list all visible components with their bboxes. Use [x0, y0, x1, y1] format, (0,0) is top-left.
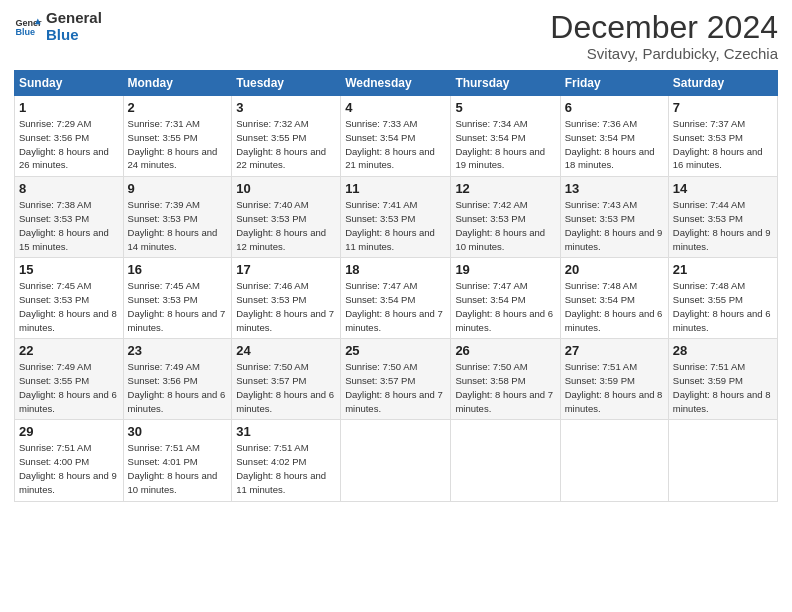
logo-icon: General Blue [14, 13, 42, 41]
calendar-table: Sunday Monday Tuesday Wednesday Thursday… [14, 70, 778, 501]
col-monday: Monday [123, 71, 232, 96]
logo-line1: General [46, 10, 102, 27]
day-30: 30 Sunrise: 7:51 AMSunset: 4:01 PMDaylig… [123, 420, 232, 501]
empty-cell-1 [341, 420, 451, 501]
col-friday: Friday [560, 71, 668, 96]
day-27: 27 Sunrise: 7:51 AMSunset: 3:59 PMDaylig… [560, 339, 668, 420]
day-9: 9 Sunrise: 7:39 AMSunset: 3:53 PMDayligh… [123, 177, 232, 258]
header: General Blue General Blue December 2024 … [14, 10, 778, 62]
day-16: 16 Sunrise: 7:45 AMSunset: 3:53 PMDaylig… [123, 258, 232, 339]
day-20: 20 Sunrise: 7:48 AMSunset: 3:54 PMDaylig… [560, 258, 668, 339]
day-11: 11 Sunrise: 7:41 AMSunset: 3:53 PMDaylig… [341, 177, 451, 258]
week-row-1: 1 Sunrise: 7:29 AMSunset: 3:56 PMDayligh… [15, 96, 778, 177]
col-sunday: Sunday [15, 71, 124, 96]
day-6: 6 Sunrise: 7:36 AMSunset: 3:54 PMDayligh… [560, 96, 668, 177]
col-saturday: Saturday [668, 71, 777, 96]
calendar-header-row: Sunday Monday Tuesday Wednesday Thursday… [15, 71, 778, 96]
empty-cell-3 [560, 420, 668, 501]
empty-cell-4 [668, 420, 777, 501]
day-15: 15 Sunrise: 7:45 AMSunset: 3:53 PMDaylig… [15, 258, 124, 339]
location-subtitle: Svitavy, Pardubicky, Czechia [550, 45, 778, 62]
day-12: 12 Sunrise: 7:42 AMSunset: 3:53 PMDaylig… [451, 177, 560, 258]
week-row-5: 29 Sunrise: 7:51 AMSunset: 4:00 PMDaylig… [15, 420, 778, 501]
week-row-3: 15 Sunrise: 7:45 AMSunset: 3:53 PMDaylig… [15, 258, 778, 339]
day-14: 14 Sunrise: 7:44 AMSunset: 3:53 PMDaylig… [668, 177, 777, 258]
logo-line2: Blue [46, 27, 102, 44]
day-31: 31 Sunrise: 7:51 AMSunset: 4:02 PMDaylig… [232, 420, 341, 501]
day-21: 21 Sunrise: 7:48 AMSunset: 3:55 PMDaylig… [668, 258, 777, 339]
day-26: 26 Sunrise: 7:50 AMSunset: 3:58 PMDaylig… [451, 339, 560, 420]
logo: General Blue General Blue [14, 10, 102, 43]
day-7: 7 Sunrise: 7:37 AMSunset: 3:53 PMDayligh… [668, 96, 777, 177]
day-25: 25 Sunrise: 7:50 AMSunset: 3:57 PMDaylig… [341, 339, 451, 420]
svg-text:Blue: Blue [15, 27, 35, 37]
day-28: 28 Sunrise: 7:51 AMSunset: 3:59 PMDaylig… [668, 339, 777, 420]
day-17: 17 Sunrise: 7:46 AMSunset: 3:53 PMDaylig… [232, 258, 341, 339]
day-23: 23 Sunrise: 7:49 AMSunset: 3:56 PMDaylig… [123, 339, 232, 420]
day-3: 3 Sunrise: 7:32 AMSunset: 3:55 PMDayligh… [232, 96, 341, 177]
page: General Blue General Blue December 2024 … [0, 0, 792, 512]
day-8: 8 Sunrise: 7:38 AMSunset: 3:53 PMDayligh… [15, 177, 124, 258]
week-row-2: 8 Sunrise: 7:38 AMSunset: 3:53 PMDayligh… [15, 177, 778, 258]
day-2: 2 Sunrise: 7:31 AMSunset: 3:55 PMDayligh… [123, 96, 232, 177]
day-24: 24 Sunrise: 7:50 AMSunset: 3:57 PMDaylig… [232, 339, 341, 420]
day-1: 1 Sunrise: 7:29 AMSunset: 3:56 PMDayligh… [15, 96, 124, 177]
day-18: 18 Sunrise: 7:47 AMSunset: 3:54 PMDaylig… [341, 258, 451, 339]
month-title: December 2024 [550, 10, 778, 45]
day-19: 19 Sunrise: 7:47 AMSunset: 3:54 PMDaylig… [451, 258, 560, 339]
col-tuesday: Tuesday [232, 71, 341, 96]
day-5: 5 Sunrise: 7:34 AMSunset: 3:54 PMDayligh… [451, 96, 560, 177]
day-29: 29 Sunrise: 7:51 AMSunset: 4:00 PMDaylig… [15, 420, 124, 501]
title-block: December 2024 Svitavy, Pardubicky, Czech… [550, 10, 778, 62]
day-22: 22 Sunrise: 7:49 AMSunset: 3:55 PMDaylig… [15, 339, 124, 420]
day-4: 4 Sunrise: 7:33 AMSunset: 3:54 PMDayligh… [341, 96, 451, 177]
col-thursday: Thursday [451, 71, 560, 96]
empty-cell-2 [451, 420, 560, 501]
col-wednesday: Wednesday [341, 71, 451, 96]
day-13: 13 Sunrise: 7:43 AMSunset: 3:53 PMDaylig… [560, 177, 668, 258]
week-row-4: 22 Sunrise: 7:49 AMSunset: 3:55 PMDaylig… [15, 339, 778, 420]
day-10: 10 Sunrise: 7:40 AMSunset: 3:53 PMDaylig… [232, 177, 341, 258]
